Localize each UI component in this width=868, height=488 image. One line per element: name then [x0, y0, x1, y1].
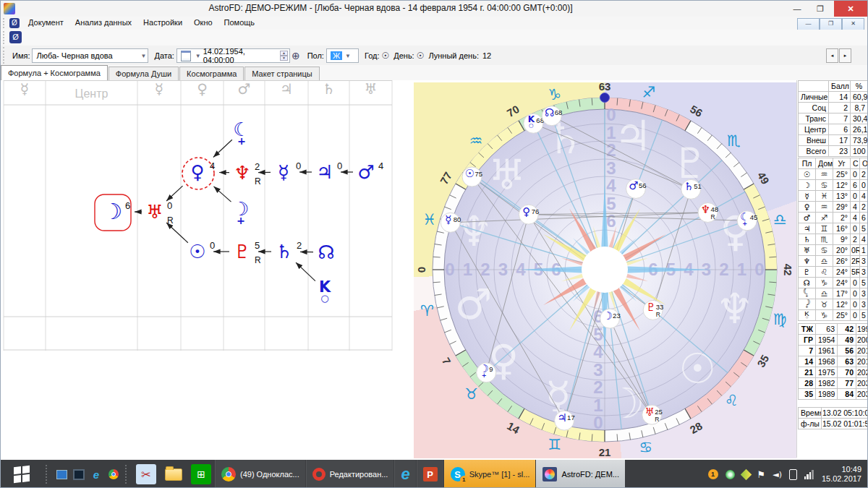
svg-text:2: 2 — [255, 161, 260, 172]
mercury-glyph: ☿ — [445, 213, 451, 226]
svg-text:♀: ♀ — [197, 80, 208, 98]
flag-icon[interactable]: ⚑ — [757, 469, 766, 480]
globe-icon[interactable]: ⊕ — [292, 50, 300, 61]
titlebar: AstroFD: ДЕМО-РЕЖИМ - [Люба- Черная вдов… — [1, 1, 867, 17]
clock-time: 10:49 — [822, 465, 861, 474]
moon-glyph: ☽ — [103, 199, 123, 224]
svg-text:17: 17 — [567, 414, 575, 421]
table-row: ТЖ63421996 — [799, 324, 868, 335]
scroll-left-button[interactable]: ◄ — [826, 48, 838, 63]
svg-text:33: 33 — [656, 303, 664, 311]
sex-combobox[interactable]: Ж ▼ — [326, 48, 359, 63]
scroll-right-button[interactable]: ► — [839, 48, 851, 63]
clock[interactable]: 10:4915.02.2017 — [822, 465, 861, 484]
svg-text:9: 9 — [489, 365, 493, 373]
tab-4[interactable]: Макет страницы — [244, 67, 319, 80]
svg-text:R: R — [255, 176, 261, 187]
mars-glyph: ♂ — [629, 179, 638, 192]
windows-store-icon[interactable]: ⊞ — [191, 464, 211, 484]
leo-sign: ♌ — [725, 392, 739, 409]
minimize-button[interactable]: — — [786, 1, 808, 17]
selena-glyph: ☽+ — [232, 198, 249, 226]
scorpio-sign: ♏ — [727, 132, 741, 150]
svg-text:75: 75 — [475, 170, 483, 178]
capricorn-sign: ♑ — [548, 86, 561, 103]
sun-icon[interactable]: ☉ — [381, 51, 389, 61]
svg-text:♃: ♃ — [557, 411, 566, 424]
ie-task-button[interactable]: e — [394, 460, 415, 488]
notification-icon[interactable]: 1 — [708, 469, 718, 479]
svg-text:0: 0 — [754, 260, 764, 279]
svg-text:☊: ☊ — [545, 106, 554, 119]
start-button[interactable] — [1, 460, 43, 488]
date-input[interactable]: ▼ 14.02.1954, 04:00:00 ▲▼ — [176, 48, 290, 63]
update-icon[interactable] — [742, 471, 750, 479]
svg-text:○: ○ — [320, 293, 328, 304]
file-explorer-icon[interactable] — [163, 464, 184, 484]
skype-task-button[interactable]: S1Skype™ [1] - sl... — [444, 460, 536, 488]
svg-text:R: R — [711, 213, 715, 221]
snipping-tool-icon[interactable]: ✂ — [136, 464, 156, 484]
restore-button[interactable]: ❐ — [809, 1, 831, 17]
tab-3[interactable]: Космограмма — [179, 67, 244, 80]
mdi-minimize-button[interactable]: — — [797, 18, 820, 30]
tab-2[interactable]: Формула Души — [109, 67, 179, 80]
table-row: Личные1460,9 — [799, 92, 868, 103]
svg-text:0: 0 — [593, 413, 603, 432]
antivirus-icon[interactable] — [726, 470, 735, 479]
chiron-glyph: K○ — [319, 278, 331, 304]
network-icon[interactable] — [804, 470, 814, 479]
powerpoint-task-button[interactable]: P — [417, 460, 443, 488]
sex-label: Пол: — [307, 51, 324, 60]
mdi-restore-button[interactable]: ❐ — [820, 18, 842, 30]
moon-day-label: Лунный день: — [428, 51, 479, 60]
aries-sign: ♈ — [420, 302, 434, 320]
svg-text:45: 45 — [750, 213, 758, 221]
toolbar-grip — [3, 18, 4, 28]
pisces-sign: ♓ — [422, 211, 436, 228]
close-button[interactable]: ✕ — [834, 1, 867, 17]
table-row: 281982772031 — [799, 378, 868, 389]
selena-badge: ☽+9 — [477, 362, 496, 382]
astrofd-logo-icon[interactable]: Ø — [9, 31, 22, 43]
neptune-node: ♆2R — [234, 161, 261, 187]
internet-explorer-icon[interactable]: e — [90, 468, 102, 480]
document-icon[interactable]: Ø — [9, 18, 20, 28]
menu-item-1[interactable]: Документ — [22, 17, 69, 28]
svg-text:23: 23 — [613, 312, 621, 320]
astrofd-task-button[interactable]: AstroFD: ДЕМ... — [536, 460, 625, 488]
moon-node: ☽6 — [95, 194, 131, 231]
monitor-icon[interactable] — [73, 468, 85, 480]
mdi-close-button[interactable]: ✕ — [842, 18, 864, 30]
menu-item-2[interactable]: Анализ данных — [69, 17, 137, 28]
opera-task-button[interactable]: Редактирован... — [306, 460, 394, 488]
window-title: AstroFD: ДЕМО-РЕЖИМ - [Люба- Черная вдов… — [1, 3, 780, 13]
volume-icon[interactable]: ◄) — [773, 470, 782, 479]
date-spinner[interactable]: ▲▼ — [280, 51, 288, 61]
chrome-task-button[interactable]: (49) Одноклас... — [215, 460, 305, 488]
menu-item-3[interactable]: Настройки — [137, 17, 188, 28]
svg-text:2: 2 — [593, 377, 603, 397]
tab-1[interactable]: Формула + Космограмма — [1, 65, 108, 80]
table-row: Центр626,1 — [799, 124, 868, 135]
neptune-glyph: ♆ — [716, 284, 754, 333]
power-icon[interactable] — [789, 469, 797, 480]
svg-text:R: R — [655, 416, 659, 423]
app-window: AstroFD: ДЕМО-РЕЖИМ - [Люба- Черная вдов… — [0, 0, 868, 488]
sun-glyph: ☉ — [189, 241, 205, 262]
saturn-glyph: ♄ — [323, 80, 336, 98]
svg-text:25: 25 — [655, 408, 663, 416]
mercury-node: ☿0 — [278, 160, 301, 183]
time-table: Время13.02 05:10:00ф-лы15.02 01:01:59 — [798, 407, 868, 429]
menu-item-4[interactable]: Окно — [188, 17, 218, 28]
calendar-icon[interactable] — [181, 51, 191, 61]
svg-text:5: 5 — [255, 240, 260, 251]
aquarius-sign: ♒ — [469, 132, 482, 150]
menu-item-5[interactable]: Помощь — [218, 17, 261, 28]
chrome-icon[interactable] — [108, 468, 119, 480]
show-desktop-icon[interactable] — [56, 468, 67, 480]
name-combobox[interactable]: Люба- Черная вдова ▼ — [32, 48, 148, 63]
table-row: Внеш1773,9 — [799, 135, 868, 146]
gemini-sign: ♊ — [548, 436, 561, 453]
sun-icon[interactable]: ☉ — [417, 51, 425, 61]
